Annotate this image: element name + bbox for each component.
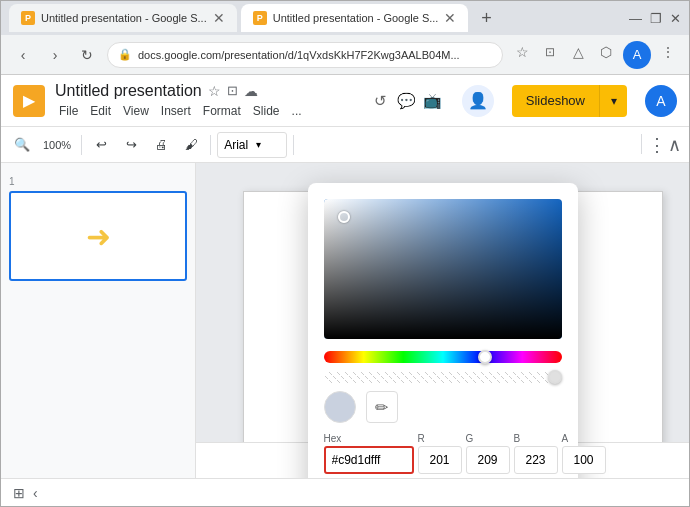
toolbar-divider-2: [210, 135, 211, 155]
r-input[interactable]: [418, 446, 462, 474]
color-cursor: [338, 211, 350, 223]
b-input[interactable]: [514, 446, 558, 474]
color-inputs: Hex R G B: [324, 433, 562, 474]
screen-icon[interactable]: 📺: [422, 90, 444, 112]
slide-arrow-icon: ➜: [86, 219, 111, 254]
tab-1-close[interactable]: ✕: [213, 10, 225, 26]
tab-1[interactable]: P Untitled presentation - Google S... ✕: [9, 4, 237, 32]
print-button[interactable]: 🖨: [148, 132, 174, 158]
slide-thumbnail[interactable]: ➜: [9, 191, 187, 281]
menu-view[interactable]: View: [119, 102, 153, 120]
tab-2-close[interactable]: ✕: [444, 10, 456, 26]
grid-view-icon[interactable]: ⊞: [13, 485, 25, 501]
font-dropdown-icon: ▾: [256, 139, 261, 150]
opacity-slider[interactable]: [324, 371, 562, 383]
menu-format[interactable]: Format: [199, 102, 245, 120]
hex-input[interactable]: [324, 446, 414, 474]
g-label: G: [466, 433, 510, 444]
dialog-overlay: ✏ Hex R G: [196, 163, 689, 478]
back-button[interactable]: ‹: [11, 43, 35, 67]
g-input[interactable]: [466, 446, 510, 474]
menu-insert[interactable]: Insert: [157, 102, 195, 120]
a-label: A: [562, 433, 606, 444]
slideshow-dropdown[interactable]: ▾: [599, 85, 627, 117]
font-selector[interactable]: Arial ▾: [217, 132, 287, 158]
forward-button[interactable]: ›: [43, 43, 67, 67]
tab-1-favicon: P: [21, 11, 35, 25]
comments-icon[interactable]: 💬: [396, 90, 418, 112]
menu-slide[interactable]: Slide: [249, 102, 284, 120]
menu-icon[interactable]: ⋮: [657, 41, 679, 63]
toolbar-divider-1: [81, 135, 82, 155]
star-icon[interactable]: ☆: [511, 41, 533, 63]
minimize-button[interactable]: —: [629, 11, 642, 26]
drive-icon[interactable]: △: [567, 41, 589, 63]
hue-slider[interactable]: [324, 351, 562, 363]
hue-thumb: [478, 350, 492, 364]
hex-label: Hex: [324, 433, 414, 444]
paint-format-button[interactable]: 🖌: [178, 132, 204, 158]
profile-icon[interactable]: A: [623, 41, 651, 69]
toolbar-divider-3: [293, 135, 294, 155]
star-title-icon[interactable]: ☆: [208, 83, 221, 99]
maximize-button[interactable]: ❐: [650, 11, 662, 26]
app-title-area: Untitled presentation ☆ ⊡ ☁ File Edit Vi…: [55, 82, 306, 120]
app-title: Untitled presentation: [55, 82, 202, 100]
zoom-level-button[interactable]: 100%: [39, 132, 75, 158]
cloud-title-icon[interactable]: ☁: [244, 83, 258, 99]
opacity-thumb: [548, 370, 562, 384]
collapse-panel-icon[interactable]: ‹: [33, 485, 38, 501]
a-input[interactable]: [562, 446, 606, 474]
undo-button[interactable]: ↩: [88, 132, 114, 158]
slideshow-button[interactable]: Slideshow: [512, 85, 599, 117]
drive-title-icon[interactable]: ⊡: [227, 83, 238, 98]
refresh-button[interactable]: ↻: [75, 43, 99, 67]
tab-2-title: Untitled presentation - Google S...: [273, 12, 439, 24]
slide-number: 1: [9, 176, 15, 187]
account-button[interactable]: A: [645, 85, 677, 117]
menu-file[interactable]: File: [55, 102, 82, 120]
undo-toolbar-icon[interactable]: ↺: [370, 90, 392, 112]
color-dialog: ✏ Hex R G: [308, 183, 578, 478]
toolbar-more-icon[interactable]: ⋮: [648, 134, 666, 156]
toolbar-collapse-icon[interactable]: ∧: [668, 134, 681, 156]
redo-button[interactable]: ↪: [118, 132, 144, 158]
color-gradient-picker[interactable]: [324, 199, 562, 339]
r-label: R: [418, 433, 462, 444]
tab-1-title: Untitled presentation - Google S...: [41, 12, 207, 24]
slide-panel: 1 ➜: [1, 163, 196, 478]
b-label: B: [514, 433, 558, 444]
slide-content-area: ➜: [196, 163, 689, 478]
font-name: Arial: [224, 138, 248, 152]
cast-icon[interactable]: ⊡: [539, 41, 561, 63]
tab-2[interactable]: P Untitled presentation - Google S... ✕: [241, 4, 469, 32]
color-swatch: [324, 391, 356, 423]
new-tab-button[interactable]: +: [472, 4, 500, 32]
app-icon: ▶: [13, 85, 45, 117]
address-bar-input[interactable]: 🔒 docs.google.com/presentation/d/1qVxdsK…: [107, 42, 503, 68]
share-button[interactable]: 👤: [462, 85, 494, 117]
close-button[interactable]: ✕: [670, 11, 681, 26]
zoom-button[interactable]: 🔍: [9, 132, 35, 158]
address-text: docs.google.com/presentation/d/1qVxdsKkH…: [138, 49, 460, 61]
menu-edit[interactable]: Edit: [86, 102, 115, 120]
eyedropper-button[interactable]: ✏: [366, 391, 398, 423]
tab-2-favicon: P: [253, 11, 267, 25]
extension-icon[interactable]: ⬡: [595, 41, 617, 63]
menu-more[interactable]: ...: [288, 102, 306, 120]
